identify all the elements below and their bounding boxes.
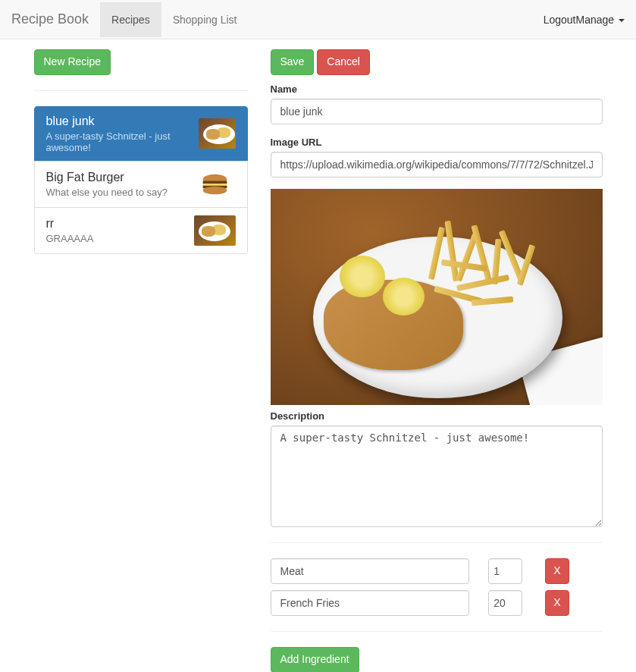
delete-ingredient-button[interactable]: X [545,558,569,584]
brand-link[interactable]: Recipe Book [11,0,100,39]
ingredient-name-input[interactable] [271,590,470,616]
tab-recipes[interactable]: Recipes [100,2,161,37]
delete-ingredient-button[interactable]: X [545,590,569,616]
nav-tabs: Recipes Shopping List [100,2,248,37]
save-button[interactable]: Save [271,49,315,75]
recipe-thumbnail [194,215,236,246]
new-recipe-button[interactable]: New Recipe [34,49,111,75]
ingredient-row: X [271,590,603,616]
recipe-item[interactable]: rrGRAAAAA [34,207,248,254]
image-url-label: Image URL [271,137,322,148]
recipe-thumbnail [199,118,236,149]
name-input[interactable] [271,99,603,124]
name-label: Name [271,83,297,95]
logout-link[interactable]: Logout [544,14,576,26]
image-url-input[interactable] [271,152,603,177]
ingredient-name-input[interactable] [271,558,470,584]
manage-dropdown[interactable]: Manage [576,14,625,26]
ingredient-amount-input[interactable] [488,558,522,584]
recipe-item-desc: A super-tasty Schnitzel - just awesome! [46,130,199,153]
description-label: Description [271,410,325,422]
cancel-button[interactable]: Cancel [317,49,370,75]
navbar: Recipe Book Recipes Shopping List Logout… [0,0,636,39]
svg-rect-1 [202,181,227,184]
image-preview [271,189,603,405]
nav-right: Logout Manage [544,14,625,26]
recipe-list: blue junkA super-tasty Schnitzel - just … [34,106,248,254]
recipe-item-name: Big Fat Burger [46,171,168,184]
recipe-thumbnail [194,169,236,199]
recipe-item-desc: What else you need to say? [46,187,168,198]
recipe-item-name: rr [46,217,94,231]
svg-rect-2 [202,184,227,186]
tab-shopping-list[interactable]: Shopping List [161,2,249,37]
svg-point-4 [202,187,227,195]
ingredient-amount-input[interactable] [488,590,522,616]
caret-down-icon [619,19,625,22]
recipe-item-name: blue junk [46,115,199,128]
recipe-item[interactable]: Big Fat BurgerWhat else you need to say? [34,161,248,208]
recipe-item[interactable]: blue junkA super-tasty Schnitzel - just … [34,106,248,162]
description-textarea[interactable]: A super-tasty Schnitzel - just awesome! [271,425,603,527]
recipe-item-desc: GRAAAAA [46,233,94,244]
ingredients-list: XX [271,558,603,616]
add-ingredient-button[interactable]: Add Ingredient [271,647,359,672]
ingredient-row: X [271,558,603,584]
